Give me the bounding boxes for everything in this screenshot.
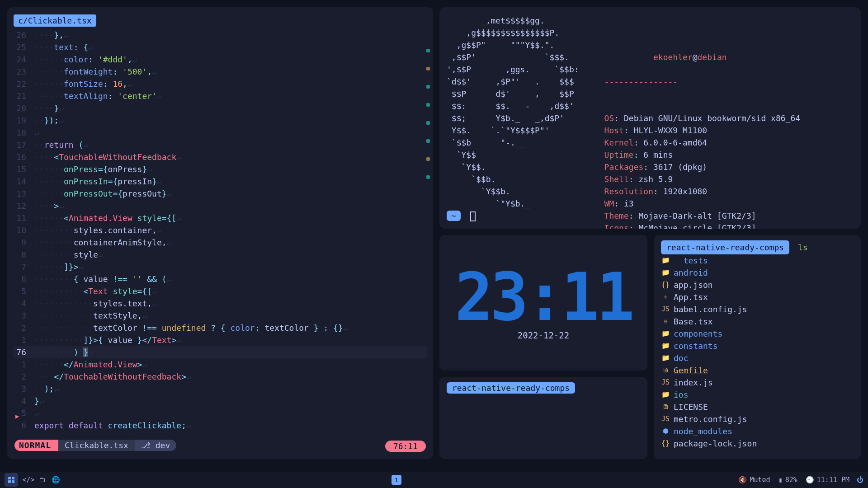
line-number: 26 (14, 29, 34, 41)
browser-launcher[interactable]: 🌐 (49, 473, 62, 487)
ls-command: ls (798, 243, 808, 252)
file-entry[interactable]: JSmetro.config.js (661, 413, 854, 425)
cursor-icon (470, 211, 476, 221)
power-button[interactable]: ⏻ (857, 476, 863, 484)
cursor-position: 76:11 (385, 441, 426, 452)
status-branch: ⎇ dev (135, 440, 176, 451)
code-area[interactable]: 26····},↵25····text: {↵24······color: '#… (14, 29, 427, 437)
line-number: 24 (14, 53, 34, 66)
terminal-pane[interactable]: react-native-ready-comps (439, 377, 647, 459)
code-line[interactable]: 19··});↵ (14, 114, 427, 127)
scrollbar-minimap[interactable] (425, 34, 431, 432)
status-filename: Clickable.tsx (58, 440, 135, 451)
code-line[interactable]: 22······fontSize: 16,↵ (14, 78, 427, 90)
file-entry[interactable]: 📁components (661, 328, 854, 340)
workspace-indicator[interactable]: 1 (392, 475, 401, 485)
code-line[interactable]: 21······textAlign: 'center'↵ (14, 90, 427, 102)
file-entry[interactable]: {}package-lock.json (661, 437, 854, 450)
code-launcher[interactable]: </> (22, 473, 35, 487)
code-line[interactable]: 25····text: {↵ (14, 41, 427, 53)
file-entry[interactable]: 📁doc (661, 352, 854, 364)
svg-rect-2 (8, 480, 11, 483)
code-line[interactable]: 3··);↵ (14, 383, 427, 395)
editor-tab[interactable]: c/Clickable.tsx (14, 14, 96, 27)
neofetch-row: Kernel: 6.0.0-6-amd64 (604, 136, 825, 149)
code-line[interactable]: 4············styles.text,↵ (14, 297, 427, 310)
code-line[interactable]: 14······onPressIn={pressIn}↵ (14, 175, 427, 188)
volume-status[interactable]: 🔇Muted (738, 476, 770, 484)
file-icon: 🗎 (661, 401, 670, 413)
code-line[interactable]: 5··········<Text style={[↵ (14, 285, 427, 297)
line-number: 23 (14, 66, 34, 78)
file-entry[interactable]: ⬢node_modules (661, 425, 854, 437)
battery-status[interactable]: ▮82% (778, 476, 797, 484)
code-line[interactable]: 13······onPressOut={pressOut}↵ (14, 188, 427, 200)
line-number: 3 (14, 383, 34, 395)
clock-icon: 🕘 (806, 476, 814, 484)
file-icon: ⚛ (661, 315, 670, 328)
file-entry[interactable]: ⚛Base.tsx (661, 315, 854, 328)
file-icon: JS (661, 413, 670, 425)
file-entry[interactable]: 📁ios (661, 389, 854, 401)
code-line[interactable]: 20····}↵ (14, 102, 427, 114)
neofetch-row: Icons: McMojave-circle [GTK2/3] (604, 222, 825, 229)
clock-status[interactable]: 🕘11:11 PM (806, 476, 849, 484)
line-number: 13 (14, 188, 34, 200)
file-browser-pane[interactable]: react-native-ready-comps ls 📁__tests__📁a… (654, 235, 861, 459)
line-number: 6 (14, 419, 34, 432)
code-line[interactable]: 18↵ (14, 127, 427, 139)
svg-rect-3 (12, 480, 14, 483)
code-line[interactable]: 15······onPress={onPress}↵ (14, 163, 427, 175)
start-button[interactable] (5, 473, 18, 487)
line-number: 5 (14, 285, 34, 297)
code-line[interactable]: 7······]}>↵ (14, 261, 427, 273)
code-line[interactable]: 26····},↵ (14, 29, 427, 41)
line-number: 2 (14, 322, 34, 334)
file-entry[interactable]: 📁__tests__ (661, 254, 854, 267)
line-number: 6 (14, 273, 34, 285)
file-icon: 📁 (661, 254, 670, 267)
shell-prompt[interactable]: ~ (447, 211, 476, 221)
line-number: 2 (14, 371, 34, 383)
file-name: index.js (674, 376, 713, 389)
line-number: 14 (14, 175, 34, 188)
line-number: 15 (14, 163, 34, 175)
code-line[interactable]: 16····<TouchableWithoutFeedback↵ (14, 151, 427, 163)
code-line[interactable]: 11······<Animated.View style={[↵ (14, 212, 427, 224)
code-line[interactable]: 17··return (↵ (14, 139, 427, 151)
code-line[interactable]: 1······</Animated.View>↵ (14, 358, 427, 371)
file-entry[interactable]: 🗎LICENSE (661, 401, 854, 413)
code-line[interactable]: 6········{ value !== '' && (↵ (14, 273, 427, 285)
code-line[interactable]: 2····</TouchableWithoutFeedback>↵ (14, 371, 427, 383)
file-entry[interactable]: JSindex.js (661, 376, 854, 389)
file-entry[interactable]: ⚛App.tsx (661, 291, 854, 303)
grid-icon (8, 477, 14, 483)
file-entry[interactable]: 📁android (661, 267, 854, 279)
code-line[interactable]: 4}↵ (14, 395, 427, 407)
code-line[interactable]: 1··········]}>{ value }</Text>↵ (14, 334, 427, 346)
code-line[interactable]: 10········styles.container,↵ (14, 224, 427, 236)
code-line[interactable]: 2············textColor !== undefined ? {… (14, 322, 427, 334)
code-line[interactable]: 12····>↵ (14, 200, 427, 212)
line-number: 18 (14, 127, 34, 139)
file-entry[interactable]: 🗎Gemfile (661, 364, 854, 376)
code-line[interactable]: 6export default createClickable;↵ (14, 419, 427, 432)
file-entry[interactable]: JSbabel.config.js (661, 303, 854, 315)
code-line[interactable]: 24······color: '#ddd',↵ (14, 53, 427, 66)
code-line[interactable]: 5↵ (14, 407, 427, 419)
line-number: 7 (14, 261, 34, 273)
files-launcher[interactable]: 🗀 (35, 473, 49, 487)
line-number: 25 (14, 41, 34, 53)
code-line[interactable]: 9········containerAnimStyle,↵ (14, 236, 427, 249)
line-number: 1 (14, 358, 34, 371)
code-line[interactable]: 23······fontWeight: '500',↵ (14, 66, 427, 78)
file-entry[interactable]: 📁constants (661, 340, 854, 352)
file-name: components (674, 328, 722, 340)
file-icon: 📁 (661, 267, 670, 279)
code-line[interactable]: 8········style↵ (14, 249, 427, 261)
line-number: 4 (14, 395, 34, 407)
file-entry[interactable]: {}app.json (661, 279, 854, 291)
code-line[interactable]: 3············textStyle,↵ (14, 310, 427, 322)
file-icon: {} (661, 279, 670, 291)
code-line[interactable]: 76········) }↵ (14, 346, 427, 358)
